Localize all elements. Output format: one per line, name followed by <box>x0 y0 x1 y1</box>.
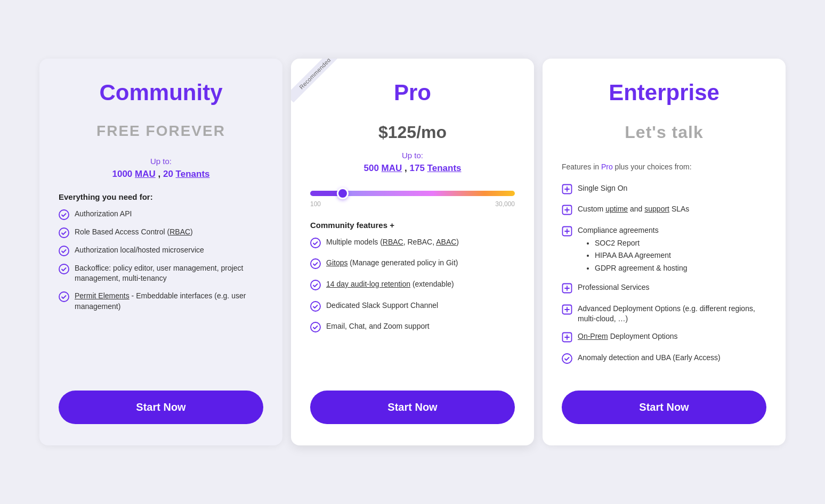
feature-text: Email, Chat, and Zoom support <box>326 321 430 332</box>
list-item: Backoffice: policy editor, user manageme… <box>59 263 263 284</box>
feature-text: Authorization API <box>75 209 132 220</box>
plus-square-icon <box>562 304 572 318</box>
pro-up-to: Up to: <box>310 151 515 160</box>
list-item: On-Prem Deployment Options <box>562 331 766 346</box>
community-separator: , <box>158 169 163 179</box>
enterprise-card: Enterprise Let's talk Features in Pro pl… <box>543 59 786 446</box>
feature-text: Custom uptime and support SLAs <box>578 204 689 215</box>
check-circle-icon <box>562 353 572 367</box>
feature-text: Backoffice: policy editor, user manageme… <box>75 263 263 284</box>
svg-point-16 <box>562 354 572 363</box>
on-prem-link[interactable]: On-Prem <box>578 332 608 340</box>
gitops-link[interactable]: Gitops <box>326 258 347 267</box>
recommended-label: Recommended <box>291 59 339 102</box>
pro-tenants-number: 175 <box>409 163 424 173</box>
community-mau-number: 1000 <box>112 169 132 179</box>
community-everything-label: Everything you need for: <box>59 192 263 201</box>
feature-text: Compliance agreements SOC2 Report HIPAA … <box>578 225 687 275</box>
enterprise-intro: Features in Pro plus your choices from: <box>562 161 766 173</box>
enterprise-title: Enterprise <box>562 80 766 105</box>
pro-mau-link[interactable]: MAU <box>382 163 402 173</box>
feature-text: Advanced Deployment Options (e.g. differ… <box>578 304 766 324</box>
pro-mau-number: 500 <box>363 163 378 173</box>
community-start-button[interactable]: Start Now <box>59 391 263 424</box>
check-circle-icon <box>310 280 321 294</box>
enterprise-pro-highlight: Pro <box>601 162 613 171</box>
plus-square-icon <box>562 283 572 297</box>
feature-text: Multiple models (RBAC, ReBAC, ABAC) <box>326 237 459 248</box>
slider-thumb[interactable] <box>337 188 349 199</box>
list-item: Authorization API <box>59 209 263 220</box>
feature-text: Authorization local/hosted microservice <box>75 245 204 256</box>
list-item: GDPR agreement & hosting <box>595 263 687 274</box>
svg-point-5 <box>311 238 320 248</box>
svg-point-2 <box>59 246 69 256</box>
list-item: Single Sign On <box>562 183 766 198</box>
list-item: Email, Chat, and Zoom support <box>310 321 515 336</box>
list-item: 14 day audit-log retention (extendable) <box>310 279 515 294</box>
slider-labels: 100 30,000 <box>310 200 515 208</box>
pro-price: $125/mo <box>310 123 515 142</box>
community-tenants-number: 20 <box>163 169 173 179</box>
list-item: Professional Services <box>562 282 766 297</box>
check-circle-icon <box>59 264 69 274</box>
pro-community-features-label: Community features + <box>310 221 515 230</box>
check-circle-icon <box>310 258 321 272</box>
audit-log-link[interactable]: 14 day audit-log retention <box>326 280 410 288</box>
feature-text: Gitops (Manage generated policy in Git) <box>326 258 458 269</box>
community-feature-list: Authorization API Role Based Access Cont… <box>59 209 263 319</box>
svg-point-1 <box>59 228 69 238</box>
community-title: Community <box>59 80 263 105</box>
list-item: Compliance agreements SOC2 Report HIPAA … <box>562 225 766 275</box>
slider-min: 100 <box>310 200 321 208</box>
list-item: Permit Elements - Embeddable interfaces … <box>59 291 263 312</box>
enterprise-start-button[interactable]: Start Now <box>562 391 766 424</box>
plus-square-icon <box>562 226 572 240</box>
list-item: Multiple models (RBAC, ReBAC, ABAC) <box>310 237 515 251</box>
list-item: Gitops (Manage generated policy in Git) <box>310 258 515 272</box>
pro-tenants-link[interactable]: Tenants <box>427 163 462 173</box>
svg-point-7 <box>311 280 320 290</box>
pro-title: Pro <box>310 80 515 105</box>
svg-point-4 <box>59 292 69 302</box>
list-item: SOC2 Report <box>595 238 687 249</box>
feature-text: Dedicated Slack Support Channel <box>326 300 438 311</box>
community-mau-label: MAU <box>135 169 156 179</box>
list-item: Custom uptime and support SLAs <box>562 204 766 218</box>
feature-text: Professional Services <box>578 282 650 293</box>
community-card: Community FREE FOREVER Up to: 1000 MAU ,… <box>39 59 282 446</box>
check-circle-icon <box>310 301 321 315</box>
community-up-to-values: 1000 MAU , 20 Tenants <box>59 169 263 180</box>
svg-point-3 <box>59 264 69 274</box>
pro-card: Recommended Pro $125/mo Up to: 500 MAU ,… <box>291 59 534 446</box>
list-item: Advanced Deployment Options (e.g. differ… <box>562 304 766 324</box>
check-circle-icon <box>310 238 321 251</box>
pro-up-to-values: 500 MAU , 175 Tenants <box>310 163 515 174</box>
check-circle-icon <box>59 291 69 302</box>
permit-elements-link[interactable]: Permit Elements <box>75 291 130 300</box>
community-tenants-link[interactable]: Tenants <box>176 169 210 179</box>
slider-track <box>310 191 515 196</box>
check-circle-icon <box>59 246 69 256</box>
community-mau-link[interactable]: MAU <box>135 169 156 179</box>
svg-point-9 <box>311 322 320 332</box>
check-circle-icon <box>59 227 69 238</box>
pro-start-button[interactable]: Start Now <box>310 391 515 424</box>
feature-text: Role Based Access Control (RBAC) <box>75 227 193 238</box>
list-item: Dedicated Slack Support Channel <box>310 300 515 315</box>
list-item: Role Based Access Control (RBAC) <box>59 227 263 238</box>
feature-text: Permit Elements - Embeddable interfaces … <box>75 291 263 312</box>
list-item: Authorization local/hosted microservice <box>59 245 263 256</box>
pricing-container: Community FREE FOREVER Up to: 1000 MAU ,… <box>39 59 786 446</box>
enterprise-feature-list: Single Sign On Custom uptime and support… <box>562 183 766 374</box>
recommended-badge: Recommended <box>291 59 339 107</box>
community-price-label: FREE FOREVER <box>59 123 263 140</box>
svg-point-6 <box>311 259 320 269</box>
check-circle-icon <box>59 209 69 220</box>
feature-text: On-Prem Deployment Options <box>578 331 678 342</box>
check-circle-icon <box>310 322 321 336</box>
compliance-sub-list: SOC2 Report HIPAA BAA Agreement GDPR agr… <box>595 238 687 274</box>
slider-max: 30,000 <box>495 200 515 208</box>
community-up-to: Up to: <box>59 157 263 166</box>
plus-square-icon <box>562 332 572 346</box>
